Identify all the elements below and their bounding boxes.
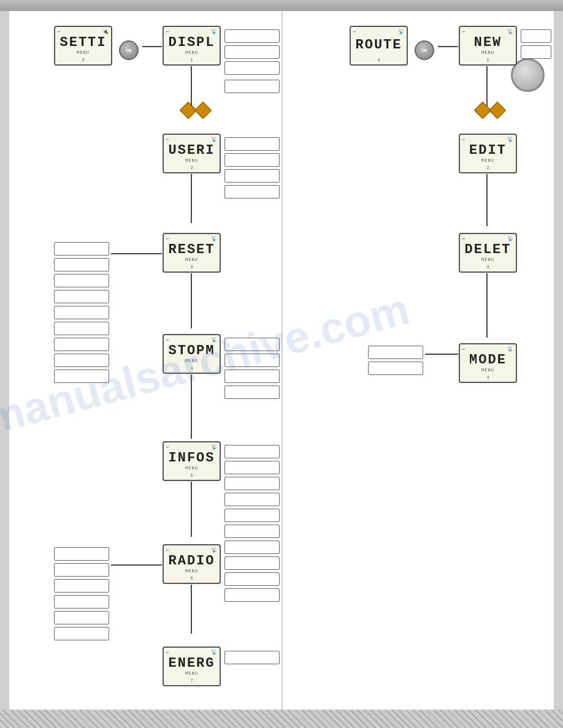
infos-num: 5 — [190, 473, 193, 478]
energ-box: ⌐ 📡 ENERG MENU 7 — [163, 646, 221, 686]
useri-option-2 — [224, 153, 280, 167]
reset-box: ⌐ 📡 RESET MENU 3 — [163, 233, 221, 273]
useri-option-4 — [224, 185, 280, 199]
radio-left-4 — [54, 595, 109, 609]
conn-displ-down — [191, 66, 192, 106]
energ-label: ENERG — [168, 657, 215, 670]
stopm-label: STOPM — [168, 344, 215, 358]
delet-num: 3 — [486, 265, 489, 270]
mode-left-2 — [368, 362, 423, 375]
route-num: 4 — [377, 58, 380, 63]
reset-left-3 — [54, 274, 109, 287]
reset-num: 3 — [190, 265, 193, 270]
stopm-option-3 — [224, 370, 280, 383]
ant-icon-radio: ⌐ — [166, 547, 169, 553]
edit-label: EDIT — [469, 144, 507, 157]
displ-option-2 — [224, 45, 280, 59]
infos-option-3 — [224, 477, 280, 490]
bottom-hatch — [0, 710, 563, 728]
conn-new-down — [486, 66, 488, 106]
useri-option-3 — [224, 169, 280, 183]
infos-option-6 — [224, 525, 280, 538]
ant-icon-route: ⌐ — [353, 29, 356, 34]
infos-option-8 — [224, 556, 280, 570]
displ-option-3 — [224, 61, 280, 75]
radio-left-2 — [54, 563, 109, 577]
signal-icon-radio: 📡 — [211, 547, 217, 553]
ant-icon-new: ⌐ — [462, 29, 465, 34]
signal-icon-energ: 📡 — [211, 650, 217, 655]
diamond-right-2[interactable] — [489, 102, 506, 119]
radio-box: ⌐ 📡 RADIO MENU 6 — [163, 544, 221, 584]
displ-label: DISPL — [168, 36, 215, 50]
stopm-option-1 — [224, 338, 280, 351]
new-option-2 — [521, 45, 551, 59]
radio-left-6 — [54, 627, 109, 640]
new-box: ⌐ 📡 NEW MENU 1 — [459, 26, 517, 66]
route-box: ⌐ 📡 ROUTE 4 — [350, 26, 408, 66]
conn-edit-down — [486, 174, 488, 226]
useri-num: 2 — [190, 165, 193, 170]
reset-left-6 — [54, 322, 109, 335]
ok-button-left[interactable]: OK — [119, 40, 139, 60]
infos-option-10 — [224, 588, 280, 602]
ant-icon-delet: ⌐ — [462, 236, 465, 241]
infos-sub: MENU — [185, 466, 198, 471]
edit-num: 2 — [486, 165, 489, 170]
delet-box: ⌐ 📡 DELET MENU 3 — [459, 233, 517, 273]
useri-label: USERI — [168, 144, 215, 157]
ok-label-left: OK — [126, 48, 132, 53]
setti-box: ⌐ 🔌 SETTI MENU 3 — [54, 26, 112, 66]
conn-mode-left — [425, 354, 458, 355]
new-sub: MENU — [481, 50, 494, 55]
radio-num: 6 — [190, 576, 193, 581]
ant-icon-setti: ⌐ — [58, 29, 61, 34]
signal-icon-route: 📡 — [398, 29, 404, 34]
edit-sub: MENU — [481, 158, 494, 163]
radio-label: RADIO — [168, 555, 215, 568]
mode-box: ⌐ 📡 MODE MENU 4 — [459, 343, 517, 383]
ant-icon-infos: ⌐ — [166, 444, 169, 450]
conn-stopm-down — [191, 374, 192, 439]
energ-num: 7 — [190, 678, 193, 683]
useri-sub: MENU — [185, 158, 198, 163]
infos-option-4 — [224, 493, 280, 506]
signal-icon-delet: 📡 — [507, 236, 513, 241]
conn-delet-down — [486, 273, 488, 338]
infos-option-9 — [224, 572, 280, 586]
ant-icon-useri: ⌐ — [166, 137, 169, 142]
mode-num: 4 — [486, 375, 489, 380]
ant-icon-mode: ⌐ — [462, 346, 465, 352]
stopm-option-2 — [224, 354, 280, 367]
conn-useri-down — [191, 174, 192, 223]
infos-option-2 — [224, 461, 280, 474]
reset-left-7 — [54, 338, 109, 351]
infos-option-7 — [224, 540, 280, 554]
conn-reset-down — [191, 273, 192, 328]
radio-left-5 — [54, 611, 109, 624]
edit-box: ⌐ 📡 EDIT MENU 2 — [459, 134, 517, 173]
diamond-left-2[interactable] — [194, 102, 212, 119]
new-label: NEW — [474, 36, 502, 50]
signal-icon-infos: 📡 — [211, 444, 217, 450]
reset-left-9 — [54, 370, 109, 383]
useri-option-1 — [224, 137, 280, 151]
signal-icon-new: 📡 — [507, 29, 513, 34]
ant-icon-energ: ⌐ — [166, 650, 169, 655]
ok-label-right: OK — [421, 48, 427, 53]
signal-icon-stopm: 📡 — [211, 337, 217, 343]
signal-icon-displ: 📡 — [211, 29, 217, 34]
mode-sub: MENU — [481, 368, 494, 373]
ok-button-right[interactable]: OK — [415, 40, 434, 60]
displ-option-1 — [224, 29, 280, 43]
conn-setti-displ — [142, 46, 162, 47]
conn-route-new — [438, 46, 458, 47]
signal-icon-mode: 📡 — [507, 346, 513, 352]
energ-option-1 — [224, 651, 280, 664]
diamond-nav-right[interactable] — [477, 104, 504, 116]
diamond-nav-left[interactable] — [182, 104, 209, 116]
signal-icon-reset: 📡 — [211, 236, 217, 241]
conn-reset-left — [111, 253, 162, 254]
new-option-1 — [521, 29, 551, 43]
energ-sub: MENU — [185, 671, 198, 676]
